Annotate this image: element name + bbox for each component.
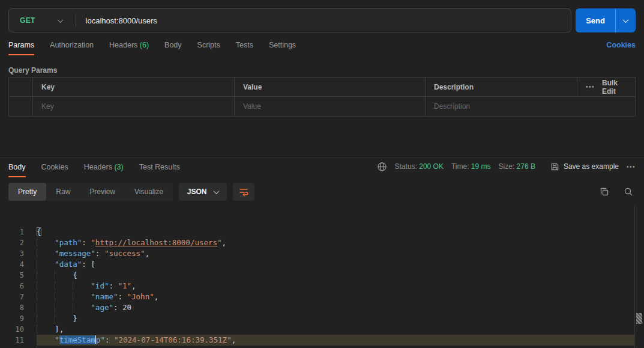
key-input[interactable]: Key	[33, 97, 235, 116]
tab-body[interactable]: Body	[164, 41, 182, 55]
line-number: 6	[0, 281, 24, 292]
line-number: 8	[0, 302, 24, 313]
url-bar: GET localhost:8000/users	[8, 8, 571, 32]
time-value: 19 ms	[471, 162, 491, 171]
code-line[interactable]: 5 {	[0, 270, 644, 281]
send-options-button[interactable]	[615, 8, 636, 32]
status-value: 200 OK	[419, 162, 444, 171]
request-url-row: GET localhost:8000/users Send	[8, 8, 636, 32]
code-line[interactable]: 2 "path": "http://localhost:8000/users",	[0, 237, 644, 248]
divider	[76, 14, 76, 27]
chevron-down-icon	[213, 188, 219, 194]
editor-scrollbar-track[interactable]	[634, 205, 644, 348]
value-input[interactable]: Value	[235, 97, 426, 116]
save-as-example-button[interactable]: Save as example	[550, 162, 619, 171]
view-tab-pretty[interactable]: Pretty	[8, 183, 46, 201]
editor-scrollbar-marker[interactable]	[636, 313, 642, 324]
method-selector[interactable]: GET	[9, 16, 62, 25]
query-params-title: Query Params	[8, 66, 636, 75]
tab-authorization[interactable]: Authorization	[50, 41, 94, 55]
code-line[interactable]: 12 "status": 200	[0, 346, 644, 348]
code-line[interactable]: 7 "name": "John",	[0, 292, 644, 302]
row-handle-cell	[9, 78, 33, 96]
line-number: 1	[0, 227, 24, 237]
code-line[interactable]: 10 ],	[0, 324, 644, 335]
response-body-toolbar: Pretty Raw Preview Visualize JSON	[8, 182, 636, 201]
response-meta: Status: 200 OK Time: 19 ms Size: 276 B S…	[377, 162, 636, 174]
url-input[interactable]: localhost:8000/users	[86, 16, 157, 25]
code-line[interactable]: 9 }	[0, 313, 644, 324]
description-input[interactable]: Description	[426, 97, 635, 116]
response-tab-test-results[interactable]: Test Results	[139, 163, 180, 177]
tab-params[interactable]: Params	[8, 41, 34, 55]
line-number: 3	[0, 248, 24, 259]
response-tab-body[interactable]: Body	[8, 163, 26, 177]
row-handle-cell	[9, 97, 33, 116]
format-dropdown[interactable]: JSON	[179, 183, 227, 201]
wrap-text-icon	[238, 186, 249, 197]
copy-icon[interactable]	[600, 187, 609, 197]
value-column-header: Value	[235, 78, 426, 96]
header-actions-cell: ••• Bulk Edit	[577, 78, 635, 96]
tab-tests[interactable]: Tests	[236, 41, 253, 55]
wrap-text-button[interactable]	[233, 183, 254, 201]
chevron-down-icon	[57, 17, 63, 23]
response-tab-cookies[interactable]: Cookies	[41, 163, 68, 177]
description-column-header: Description	[426, 78, 577, 96]
size-text: Size: 276 B	[499, 162, 535, 171]
view-tab-visualize[interactable]: Visualize	[125, 183, 173, 201]
code-line[interactable]: 3 "message": "success",	[0, 248, 644, 259]
status-text: Status: 200 OK	[395, 162, 444, 171]
save-icon	[550, 162, 559, 171]
view-mode-switch: Pretty Raw Preview Visualize	[8, 183, 173, 201]
tab-settings[interactable]: Settings	[269, 41, 296, 55]
chevron-down-icon	[623, 17, 629, 23]
line-number: 9	[0, 313, 24, 324]
response-more-options-icon[interactable]: •••	[627, 163, 636, 170]
key-column-header: Key	[33, 78, 235, 96]
method-label: GET	[20, 16, 35, 25]
send-button-group: Send	[576, 8, 636, 32]
cookies-link[interactable]: Cookies	[606, 41, 636, 49]
headers-count-badge: (6)	[140, 41, 149, 49]
tab-headers[interactable]: Headers (6)	[109, 41, 149, 55]
code-line[interactable]: 4 "data": [	[0, 259, 644, 270]
editor-tools	[600, 187, 636, 197]
line-number: 5	[0, 270, 24, 281]
search-icon[interactable]	[624, 187, 633, 197]
size-value: 276 B	[517, 162, 535, 171]
query-params-header-row: Key Value Description ••• Bulk Edit	[9, 78, 635, 97]
line-number: 11	[0, 335, 24, 346]
time-text: Time: 19 ms	[451, 162, 491, 171]
tab-scripts[interactable]: Scripts	[197, 41, 220, 55]
query-params-empty-row: Key Value Description	[9, 97, 635, 116]
response-body-editor[interactable]: 1{2 "path": "http://localhost:8000/users…	[0, 205, 644, 348]
request-tabs: Params Authorization Headers (6) Body Sc…	[8, 41, 636, 55]
response-section: Body Cookies Headers (3) Test Results St…	[0, 157, 644, 348]
code-line[interactable]: 6 "id": "1",	[0, 281, 644, 292]
code-line[interactable]: 8 "age": 20	[0, 302, 644, 313]
code-lines: 1{2 "path": "http://localhost:8000/users…	[0, 227, 644, 348]
line-number: 10	[0, 324, 24, 335]
response-tab-headers[interactable]: Headers (3)	[84, 163, 124, 177]
query-params-table: Key Value Description ••• Bulk Edit Key …	[8, 77, 636, 117]
line-number: 2	[0, 237, 24, 248]
code-line[interactable]: 11 "timeStamp": "2024-07-14T06:16:39.351…	[0, 335, 644, 346]
globe-icon[interactable]	[377, 162, 387, 172]
bulk-edit-button[interactable]: Bulk Edit	[602, 79, 629, 96]
view-tab-preview[interactable]: Preview	[80, 183, 125, 201]
response-headers-count-badge: (3)	[114, 163, 123, 171]
response-header: Body Cookies Headers (3) Test Results St…	[0, 158, 644, 177]
code-line[interactable]: 1{	[0, 227, 644, 237]
line-number: 7	[0, 292, 24, 302]
format-label: JSON	[187, 188, 207, 196]
view-tab-raw[interactable]: Raw	[46, 183, 80, 201]
line-number: 4	[0, 259, 24, 270]
send-button[interactable]: Send	[576, 8, 615, 32]
more-options-icon[interactable]: •••	[586, 84, 595, 90]
line-number: 12	[0, 346, 24, 348]
